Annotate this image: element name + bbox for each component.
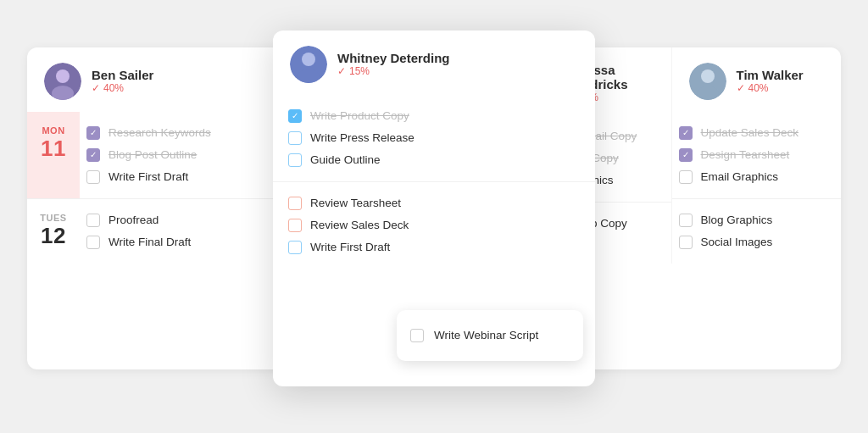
svg-point-6 xyxy=(302,53,315,66)
tasks-whitney-tues: Review Tearsheet Review Sales Deck Write… xyxy=(273,182,595,269)
user-pct-whitney: ✓ 15% xyxy=(337,65,450,77)
checkbox[interactable] xyxy=(679,170,693,184)
day-label-ben-tues: TUES 12 xyxy=(27,199,80,264)
task-item: Proofread xyxy=(86,209,303,231)
checkbox[interactable] xyxy=(288,153,302,167)
task-text: Write Product Copy xyxy=(310,109,409,122)
mini-card-task-text: Write Webinar Script xyxy=(434,329,538,341)
task-text: Design Tearsheet xyxy=(701,148,790,161)
task-item: ✓ Write Product Copy xyxy=(288,105,583,127)
task-item: Email Graphics xyxy=(679,166,830,188)
day-section-whitney-tues: Review Tearsheet Review Sales Deck Write… xyxy=(273,182,595,269)
avatar-tim xyxy=(689,63,726,100)
task-item: ✓ Research Keywords xyxy=(86,122,303,144)
task-item: ✓ Design Tearsheet xyxy=(679,144,830,166)
tasks-tim-tues: Blog Graphics Social Images xyxy=(672,199,842,264)
task-text: Write Press Release xyxy=(310,131,415,144)
checkbox[interactable] xyxy=(679,236,693,249)
task-item: Write First Draft xyxy=(86,166,303,188)
task-item: Blog Graphics xyxy=(679,209,830,231)
avatar-whitney xyxy=(290,46,327,83)
user-name-whitney: Whitney Deterding xyxy=(337,51,450,65)
svg-point-1 xyxy=(52,86,74,100)
checkbox[interactable]: ✓ xyxy=(679,148,693,162)
checkbox-webinar[interactable] xyxy=(410,329,424,342)
user-pct-ben: ✓ 40% xyxy=(92,82,153,94)
task-item: Write First Draft xyxy=(288,236,583,258)
checkbox[interactable] xyxy=(288,219,302,232)
task-text: Email Graphics xyxy=(701,170,779,183)
card-header-ben: Ben Sailer ✓ 40% xyxy=(27,47,315,112)
task-text: Research Keywords xyxy=(108,126,211,139)
avatar-ben xyxy=(44,63,81,100)
card-header-whitney: Whitney Deterding ✓ 15% xyxy=(273,31,595,95)
day-section-ben-tues: TUES 12 Proofread Write Final Draft xyxy=(27,199,315,264)
task-text: Write Final Draft xyxy=(108,236,191,248)
user-info-tim: Tim Walker ✓ 40% xyxy=(737,68,804,94)
task-text: Blog Post Outline xyxy=(108,148,197,161)
svg-point-5 xyxy=(697,86,719,100)
day-section-tim-tues: Blog Graphics Social Images xyxy=(672,199,842,264)
svg-point-0 xyxy=(56,69,70,83)
card-ben: Ben Sailer ✓ 40% MON 11 ✓ Research Keywo… xyxy=(27,47,315,369)
svg-point-4 xyxy=(701,69,715,83)
task-item: Write Final Draft xyxy=(86,231,303,253)
card-mini-webinar: Write Webinar Script xyxy=(397,310,583,361)
task-text: Blog Graphics xyxy=(701,214,773,226)
task-text: Guide Outline xyxy=(310,153,381,166)
checkbox[interactable] xyxy=(288,241,302,254)
col-tim: Tim Walker ✓ 40% ✓ Update Sales Deck xyxy=(672,47,842,264)
task-text: Proofread xyxy=(108,214,159,226)
task-text: Review Sales Deck xyxy=(310,219,409,231)
checkbox[interactable]: ✓ xyxy=(288,109,302,123)
day-section-whitney-mon: ✓ Write Product Copy Write Press Release… xyxy=(273,95,595,181)
user-pct-tim: ✓ 40% xyxy=(737,82,804,94)
task-item: Review Tearsheet xyxy=(288,192,583,214)
checkbox[interactable] xyxy=(288,197,302,210)
user-name-tim: Tim Walker xyxy=(737,68,804,82)
tasks-whitney-mon: ✓ Write Product Copy Write Press Release… xyxy=(273,95,595,181)
checkbox[interactable] xyxy=(679,214,693,227)
checkbox[interactable]: ✓ xyxy=(86,148,100,162)
checkbox[interactable] xyxy=(86,214,100,227)
check-icon-ben: ✓ xyxy=(92,82,100,94)
scene: Ben Sailer ✓ 40% MON 11 ✓ Research Keywo… xyxy=(27,22,841,412)
user-name-ben: Ben Sailer xyxy=(92,68,153,82)
task-item: Write Press Release xyxy=(288,127,583,149)
task-text: Write First Draft xyxy=(108,170,188,183)
task-item: Guide Outline xyxy=(288,149,583,171)
checkbox[interactable] xyxy=(288,131,302,145)
task-item: Social Images xyxy=(679,231,830,253)
checkbox[interactable] xyxy=(86,170,100,184)
checkbox[interactable]: ✓ xyxy=(679,126,693,140)
user-info-whitney: Whitney Deterding ✓ 15% xyxy=(337,51,450,77)
checkbox[interactable] xyxy=(86,236,100,249)
task-text: Write First Draft xyxy=(310,241,390,253)
task-text: Review Tearsheet xyxy=(310,197,401,209)
user-info-ben: Ben Sailer ✓ 40% xyxy=(92,68,153,94)
task-item: ✓ Update Sales Deck xyxy=(679,122,830,144)
tasks-tim-mon: ✓ Update Sales Deck ✓ Design Tearsheet E… xyxy=(672,112,842,198)
svg-point-7 xyxy=(298,69,320,83)
task-text: Update Sales Deck xyxy=(701,126,799,139)
card-header-tim: Tim Walker ✓ 40% xyxy=(672,47,842,112)
day-section-tim-mon: ✓ Update Sales Deck ✓ Design Tearsheet E… xyxy=(672,112,842,198)
checkbox[interactable]: ✓ xyxy=(86,126,100,140)
day-label-ben-mon: MON 11 xyxy=(27,112,80,198)
task-text: Social Images xyxy=(701,236,773,248)
day-section-ben-mon: MON 11 ✓ Research Keywords ✓ Blog Post O… xyxy=(27,112,315,198)
task-item: Review Sales Deck xyxy=(288,214,583,236)
task-item: ✓ Blog Post Outline xyxy=(86,144,303,166)
